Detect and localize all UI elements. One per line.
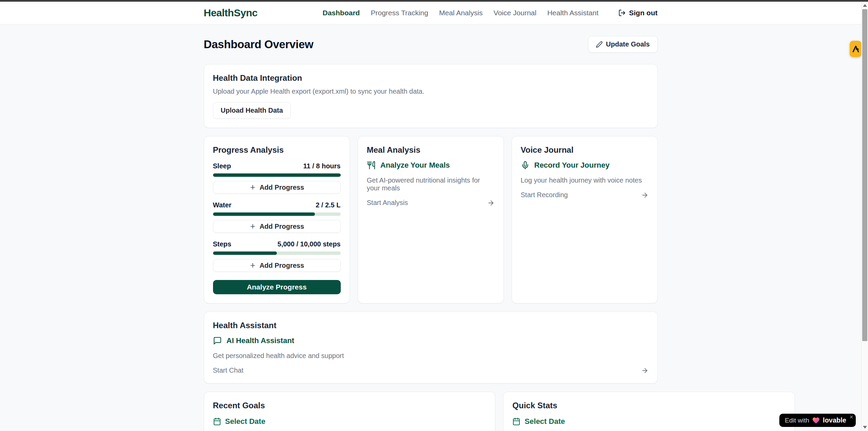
nav-item-voice-journal[interactable]: Voice Journal <box>494 9 536 17</box>
health-assistant-card: Health Assistant AI Health Assistant Get… <box>204 312 658 383</box>
start-chat-label: Start Chat <box>213 367 244 374</box>
start-analysis-row[interactable]: Start Analysis <box>367 199 495 207</box>
app-logo: HealthSync <box>204 7 258 19</box>
browser-top-strip <box>0 0 868 2</box>
voice-description: Log your health journey with voice notes <box>521 176 649 184</box>
arrow-right-icon <box>641 367 649 374</box>
add-progress-label: Add Progress <box>260 184 304 191</box>
upload-health-data-button[interactable]: Upload Health Data <box>213 102 291 119</box>
sign-out-button[interactable]: Sign out <box>618 9 658 17</box>
meal-analysis-title: Meal Analysis <box>367 145 495 155</box>
meal-analysis-card: Meal Analysis Analyze Your Meals Get AI-… <box>358 136 504 303</box>
recent-goals-card: Recent Goals Select Date Today Yesterday… <box>204 392 496 431</box>
utensils-icon <box>367 161 376 170</box>
lovable-badge-icon <box>851 44 860 53</box>
nav-item-dashboard[interactable]: Dashboard <box>323 9 360 17</box>
pencil-icon <box>596 41 603 48</box>
nav-item-meal-analysis[interactable]: Meal Analysis <box>439 9 482 17</box>
lovable-brand-label: lovable <box>823 416 846 424</box>
start-recording-label: Start Recording <box>521 191 568 199</box>
add-progress-label: Add Progress <box>260 262 304 269</box>
ai-health-assistant-link[interactable]: AI Health Assistant <box>213 336 649 345</box>
add-progress-button[interactable]: Add Progress <box>213 181 341 194</box>
add-progress-button[interactable]: Add Progress <box>213 259 341 272</box>
update-goals-label: Update Goals <box>606 40 650 48</box>
select-date-label: Select Date <box>525 417 565 426</box>
recent-goals-select-date[interactable]: Select Date <box>213 417 486 426</box>
metric-value: 5,000 / 10,000 steps <box>278 240 341 248</box>
microphone-icon <box>521 161 530 170</box>
progress-bar <box>213 251 341 255</box>
start-chat-row[interactable]: Start Chat <box>213 367 649 374</box>
scrollbar-up-arrow[interactable] <box>863 4 867 7</box>
progress-bar <box>213 173 341 177</box>
sign-out-label: Sign out <box>629 9 658 17</box>
record-your-journey-label: Record Your Journey <box>534 161 610 170</box>
metric-label: Sleep <box>213 162 231 170</box>
health-data-description: Upload your Apple Health export (export.… <box>213 88 649 95</box>
meal-description: Get AI-powered nutritional insights for … <box>367 176 495 192</box>
heart-gradient-icon <box>812 417 820 424</box>
edit-with-label: Edit with <box>785 417 809 424</box>
quick-stats-card: Quick Stats Select Date Today Yesterday … <box>503 392 795 431</box>
app-header: HealthSync Dashboard Progress Tracking M… <box>0 2 861 24</box>
badge-close-icon[interactable]: ✕ <box>849 415 853 419</box>
progress-analysis-card: Progress Analysis Sleep 11 / 8 hours Add… <box>204 136 350 303</box>
progress-bar-fill <box>213 212 315 216</box>
health-assistant-title: Health Assistant <box>213 321 649 330</box>
edit-with-lovable-badge[interactable]: Edit with lovable ✕ <box>779 414 856 427</box>
log-out-icon <box>618 9 626 17</box>
plus-icon <box>249 223 256 230</box>
metric-label: Steps <box>213 240 231 248</box>
metric-water: Water 2 / 2.5 L Add Progress <box>213 201 341 233</box>
add-progress-button[interactable]: Add Progress <box>213 220 341 233</box>
analyze-your-meals-label: Analyze Your Meals <box>380 161 450 170</box>
lovable-side-widget[interactable] <box>850 41 862 57</box>
ai-health-assistant-label: AI Health Assistant <box>227 336 295 345</box>
nav-item-progress-tracking[interactable]: Progress Tracking <box>371 9 428 17</box>
quick-stats-title: Quick Stats <box>512 401 786 410</box>
plus-icon <box>249 184 256 191</box>
progress-bar-fill <box>213 173 341 177</box>
analyze-progress-button[interactable]: Analyze Progress <box>213 280 341 294</box>
recent-goals-title: Recent Goals <box>213 401 486 410</box>
metric-sleep: Sleep 11 / 8 hours Add Progress <box>213 162 341 194</box>
add-progress-label: Add Progress <box>260 223 304 230</box>
arrow-right-icon <box>641 191 649 199</box>
start-recording-row[interactable]: Start Recording <box>521 191 649 199</box>
select-date-label: Select Date <box>225 417 266 426</box>
health-data-title: Health Data Integration <box>213 73 649 83</box>
metric-steps: Steps 5,000 / 10,000 steps Add Progress <box>213 240 341 272</box>
progress-bar-fill <box>213 251 277 255</box>
record-your-journey-link[interactable]: Record Your Journey <box>521 161 649 170</box>
page-title: Dashboard Overview <box>204 38 314 51</box>
metric-value: 11 / 8 hours <box>303 162 340 170</box>
arrow-right-icon <box>487 199 495 207</box>
voice-journal-title: Voice Journal <box>521 145 649 155</box>
progress-analysis-title: Progress Analysis <box>213 145 341 155</box>
metric-label: Water <box>213 201 232 209</box>
scrollbar-thumb[interactable] <box>862 9 867 341</box>
calendar-icon <box>512 417 520 426</box>
assistant-description: Get personalized health advice and suppo… <box>213 352 649 360</box>
calendar-icon <box>213 417 221 426</box>
nav-item-health-assistant[interactable]: Health Assistant <box>547 9 599 17</box>
start-analysis-label: Start Analysis <box>367 199 408 207</box>
analyze-your-meals-link[interactable]: Analyze Your Meals <box>367 161 495 170</box>
scrollbar-down-arrow[interactable] <box>863 426 867 429</box>
update-goals-button[interactable]: Update Goals <box>588 36 658 53</box>
health-data-integration-card: Health Data Integration Upload your Appl… <box>204 64 658 128</box>
plus-icon <box>249 262 256 269</box>
voice-journal-card: Voice Journal Record Your Journey Log yo… <box>512 136 658 303</box>
main-nav: Dashboard Progress Tracking Meal Analysi… <box>323 9 658 17</box>
progress-bar <box>213 212 341 216</box>
chat-bubble-icon <box>213 336 222 345</box>
vertical-scrollbar[interactable] <box>861 2 868 431</box>
metric-value: 2 / 2.5 L <box>316 201 340 209</box>
quick-stats-select-date[interactable]: Select Date <box>512 417 786 426</box>
